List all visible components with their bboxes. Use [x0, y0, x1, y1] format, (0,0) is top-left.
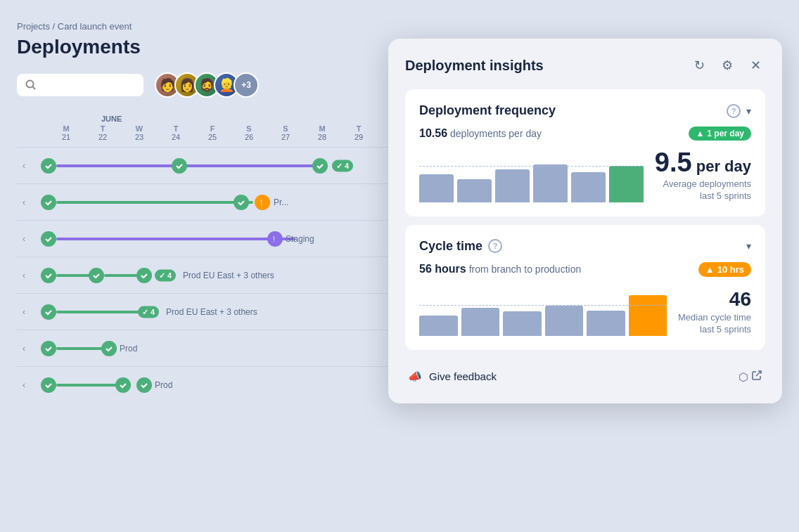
- feedback-left: 📣 Give feedback: [408, 370, 497, 383]
- row-chevron[interactable]: ‹: [17, 234, 31, 244]
- chart-bar-highlight: [609, 166, 644, 202]
- deploy-badge: ✓ 4: [155, 269, 176, 281]
- feedback-label[interactable]: Give feedback: [429, 370, 497, 382]
- chart-bar: [571, 172, 606, 202]
- cycle-chart: [419, 285, 667, 336]
- chart-bar: [533, 164, 568, 202]
- status-dot: [172, 158, 187, 174]
- avatar-group: 🧑 👩 🧔 👱 +3: [155, 72, 259, 98]
- status-dot: [41, 341, 56, 356]
- chart-stats: 46 Median cycle time last 5 sprints: [678, 290, 751, 336]
- chart-bar: [419, 316, 458, 336]
- row-label: Prod EU East + 3 others: [183, 271, 274, 280]
- card-subtitle: 10.56 deployments per day ▲ 1 per day: [419, 126, 751, 141]
- chart-dashed-line: [419, 166, 644, 167]
- chart-bar-highlight: [629, 295, 667, 336]
- row-chevron[interactable]: ‹: [17, 271, 31, 280]
- row-label: Prod EU East + 3 others: [166, 307, 257, 317]
- close-button[interactable]: ✕: [746, 56, 765, 75]
- refresh-button[interactable]: ↻: [689, 56, 709, 75]
- status-dot-warning: !: [267, 231, 283, 247]
- calendar-day: T29: [340, 124, 377, 141]
- frequency-badge: ▲ 1 per day: [689, 126, 751, 141]
- row-chevron[interactable]: ‹: [17, 161, 31, 171]
- row-label: Staging: [286, 234, 314, 244]
- status-dot: [115, 377, 131, 393]
- chart-bar: [503, 311, 542, 336]
- panel-header: Deployment insights ↻ ⚙ ✕: [405, 56, 765, 75]
- row-chevron[interactable]: ‹: [17, 307, 31, 317]
- feedback-row: 📣 Give feedback ⬡: [405, 358, 765, 387]
- chart-bar: [587, 311, 625, 336]
- chart-bar: [419, 174, 454, 202]
- status-dot: [41, 377, 56, 393]
- avatar-count: +3: [234, 72, 259, 98]
- card-subtitle: 56 hours from branch to production ▲ 10 …: [419, 262, 751, 277]
- status-dot: [41, 158, 56, 174]
- chart-bar: [545, 306, 584, 336]
- insights-panel: Deployment insights ↻ ⚙ ✕ Deployment fre…: [388, 39, 782, 403]
- breadcrumb: Projects / Card launch event: [17, 21, 782, 32]
- calendar-day: W23: [121, 124, 158, 141]
- chart-big-number: 9.5 per day: [655, 149, 751, 176]
- svg-text:!: !: [273, 235, 275, 243]
- frequency-chart: [419, 152, 644, 202]
- month-june: JUNE: [48, 115, 122, 123]
- chart-label: Average deployments last 5 sprints: [655, 179, 751, 202]
- collapse-button[interactable]: ▾: [746, 240, 751, 252]
- gantt-bar: [56, 311, 141, 313]
- chart-big-number: 46: [678, 290, 751, 309]
- chart-bar: [457, 179, 492, 202]
- chart-bar: [461, 308, 500, 336]
- chart-dashed-line: [419, 305, 667, 306]
- row-chevron[interactable]: ‹: [17, 197, 31, 207]
- calendar-day: M28: [304, 124, 340, 141]
- row-label: Prod: [120, 344, 137, 353]
- status-dot: [136, 377, 152, 393]
- megaphone-icon: 📣: [408, 370, 422, 383]
- status-dot: [312, 158, 328, 174]
- calendar-day: S27: [267, 124, 304, 141]
- status-dot: [41, 195, 56, 210]
- svg-line-1: [33, 87, 36, 90]
- card-content: 9.5 per day Average deployments last 5 s…: [419, 149, 751, 202]
- deploy-badge: ✓ 4: [138, 306, 159, 318]
- status-dot-warning: !: [255, 195, 270, 210]
- svg-point-0: [27, 81, 34, 88]
- collapse-button[interactable]: ▾: [746, 105, 751, 117]
- row-chevron[interactable]: ‹: [17, 380, 31, 390]
- card-content: 46 Median cycle time last 5 sprints: [419, 285, 751, 336]
- cycle-time-card: Cycle time ? ▾ 56 hours from branch to p…: [405, 225, 765, 350]
- gantt-bar: [56, 238, 295, 240]
- chart-label: Median cycle time last 5 sprints: [678, 312, 751, 336]
- card-header: Deployment frequency ? ▾: [419, 103, 751, 118]
- svg-line-4: [756, 371, 761, 376]
- card-title: Deployment frequency: [419, 103, 556, 118]
- info-icon[interactable]: ?: [727, 104, 741, 118]
- card-header-right: ▾: [746, 240, 751, 252]
- chart-bar: [495, 169, 530, 202]
- deployment-frequency-card: Deployment frequency ? ▾ 10.56 deploymen…: [405, 89, 765, 216]
- calendar-day: S26: [231, 124, 267, 141]
- chart-stats: 9.5 per day Average deployments last 5 s…: [655, 149, 751, 202]
- calendar-day: F25: [194, 124, 231, 141]
- status-dot: [234, 195, 249, 210]
- panel-title: Deployment insights: [405, 58, 544, 74]
- status-dot: [41, 231, 56, 247]
- card-header-right: ? ▾: [727, 104, 751, 118]
- info-icon[interactable]: ?: [488, 239, 502, 253]
- gantt-bar: [56, 201, 253, 204]
- row-chevron[interactable]: ‹: [17, 344, 31, 353]
- calendar-day: T22: [84, 124, 121, 141]
- search-box[interactable]: [17, 74, 143, 96]
- cycle-badge: ▲ 10 hrs: [698, 262, 751, 277]
- search-icon: [25, 79, 37, 91]
- status-dot: [136, 268, 152, 283]
- status-dot: [41, 268, 56, 283]
- card-title: Cycle time ?: [419, 239, 502, 254]
- external-link-icon[interactable]: ⬡: [739, 370, 762, 384]
- status-dot: [101, 341, 117, 356]
- deploy-badge: ✓ 4: [332, 160, 353, 171]
- settings-button[interactable]: ⚙: [717, 56, 737, 75]
- svg-text:!: !: [260, 199, 262, 207]
